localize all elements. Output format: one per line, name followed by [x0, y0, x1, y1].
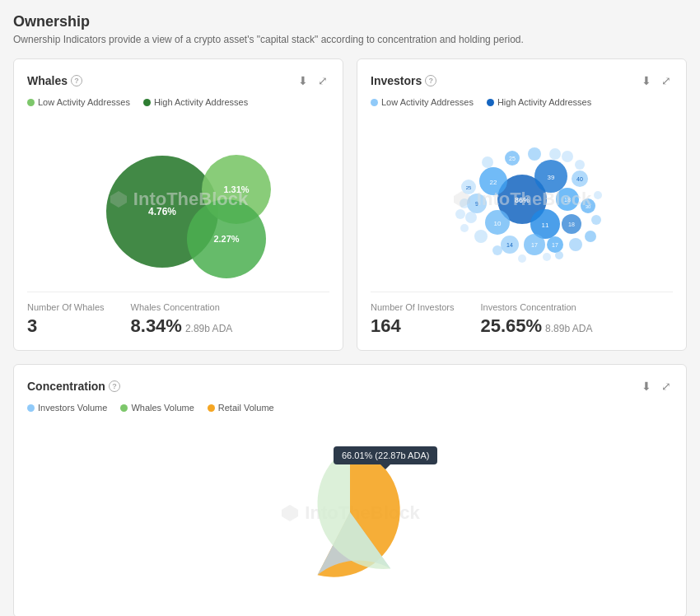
- svg-text:1.31%: 1.31%: [223, 184, 249, 194]
- concentration-info-icon[interactable]: ?: [109, 380, 120, 392]
- whales-sub: 2.89b ADA: [185, 323, 232, 334]
- investors-legend-high: High Activity Addresses: [487, 97, 591, 107]
- conc-legend-whales: Whales Volume: [120, 403, 194, 413]
- whales-bubbles-svg: 4.76% 1.31% 2.27%: [63, 117, 294, 282]
- svg-text:10: 10: [493, 220, 501, 227]
- svg-text:18: 18: [564, 197, 571, 203]
- whales-legend-high: High Activity Addresses: [143, 97, 248, 107]
- concentration-card-header: Concentration ? ⬇ ⤢: [27, 378, 673, 394]
- investors-card: Investors ? ⬇ ⤢ Low Activity Addresses H…: [357, 58, 687, 351]
- concentration-title: Concentration: [27, 380, 105, 393]
- whales-chart: IntoTheBlock 4.76% 1.31% 2.27%: [27, 117, 329, 282]
- investors-low-dot: [371, 99, 378, 106]
- investors-count-stat: Number Of Investors 164: [371, 302, 454, 337]
- svg-text:22: 22: [489, 179, 497, 186]
- investors-download-btn[interactable]: ⬇: [640, 72, 653, 89]
- investors-legend: Low Activity Addresses High Activity Add…: [371, 97, 673, 107]
- investors-high-dot: [487, 99, 494, 106]
- svg-point-50: [594, 191, 602, 199]
- conc-investors-label: Investors Volume: [38, 403, 107, 413]
- svg-point-41: [528, 147, 541, 161]
- svg-point-48: [455, 209, 465, 219]
- whales-info-icon[interactable]: ?: [71, 75, 82, 86]
- whales-low-dot: [27, 99, 35, 106]
- concentration-actions: ⬇ ⤢: [640, 378, 673, 394]
- whales-concentration-stat: Whales Concentration 8.34% 2.89b ADA: [131, 302, 233, 337]
- concentration-expand-btn[interactable]: ⤢: [660, 378, 673, 394]
- svg-text:30: 30: [585, 204, 590, 209]
- svg-point-36: [474, 230, 488, 243]
- svg-point-51: [460, 224, 469, 232]
- pie-chart-container: 66.01% (22.87b ADA): [268, 430, 432, 597]
- whales-card-header: Whales ? ⬇ ⤢: [27, 72, 329, 89]
- svg-point-43: [482, 156, 493, 168]
- svg-text:9: 9: [475, 201, 478, 207]
- investors-concentration-value: 25.65% 8.89b ADA: [480, 315, 592, 337]
- svg-text:11: 11: [541, 222, 548, 229]
- conc-investors-dot: [27, 404, 35, 412]
- page-title: Ownership: [13, 13, 687, 30]
- concentration-download-btn[interactable]: ⬇: [640, 378, 653, 394]
- investors-title: Investors: [371, 74, 422, 87]
- investors-legend-low: Low Activity Addresses: [371, 97, 474, 107]
- investors-concentration-label: Investors Concentration: [480, 302, 592, 312]
- svg-point-38: [465, 212, 477, 223]
- whales-count-value: 3: [27, 315, 105, 337]
- conc-retail-dot: [208, 404, 215, 412]
- conc-whales-label: Whales Volume: [131, 403, 194, 413]
- concentration-card: Concentration ? ⬇ ⤢ Investors Volume Wha…: [13, 364, 687, 616]
- svg-point-54: [518, 254, 526, 263]
- investors-pct: 25.65%: [480, 315, 542, 337]
- svg-text:25: 25: [509, 156, 516, 161]
- whales-stats: Number Of Whales 3 Whales Concentration …: [27, 292, 329, 337]
- conc-whales-dot: [120, 404, 128, 412]
- svg-point-46: [575, 160, 585, 170]
- svg-point-42: [549, 148, 561, 160]
- svg-text:17: 17: [552, 242, 558, 248]
- whales-download-btn[interactable]: ⬇: [296, 72, 310, 89]
- svg-text:86%: 86%: [514, 196, 529, 204]
- svg-point-47: [460, 198, 469, 208]
- svg-point-53: [543, 253, 551, 261]
- investors-bubbles-svg: 86% 39 22 11 10 18 9: [415, 117, 629, 282]
- investors-count-label: Number Of Investors: [371, 302, 454, 312]
- conc-legend-retail: Retail Volume: [208, 403, 274, 413]
- pie-tooltip: 66.01% (22.87b ADA): [334, 446, 437, 464]
- whales-count-label: Number Of Whales: [27, 302, 105, 312]
- svg-point-52: [492, 245, 502, 255]
- whales-low-label: Low Activity Addresses: [38, 97, 130, 107]
- whales-concentration-label: Whales Concentration: [131, 302, 233, 312]
- whales-count-stat: Number Of Whales 3: [27, 302, 105, 337]
- conc-legend-investors: Investors Volume: [27, 403, 107, 413]
- whales-legend: Low Activity Addresses High Activity Add…: [27, 97, 329, 107]
- investors-stats: Number Of Investors 164 Investors Concen…: [371, 292, 673, 337]
- concentration-pie-area: IntoTheBlock 66.01% (22.87b ADA): [27, 422, 673, 604]
- investors-concentration-stat: Investors Concentration 25.65% 8.89b ADA: [480, 302, 592, 337]
- investors-info-icon[interactable]: ?: [425, 75, 436, 86]
- whales-legend-low: Low Activity Addresses: [27, 97, 130, 107]
- svg-text:14: 14: [506, 242, 513, 248]
- svg-text:18: 18: [568, 222, 575, 227]
- svg-text:40: 40: [576, 176, 583, 182]
- whales-actions: ⬇ ⤢: [296, 72, 329, 89]
- svg-text:25: 25: [465, 185, 471, 190]
- svg-point-49: [591, 215, 601, 225]
- svg-text:2.27%: 2.27%: [213, 234, 239, 244]
- whales-high-label: High Activity Addresses: [154, 97, 248, 107]
- investors-chart: IntoTheBlock 86% 39 22 11: [371, 117, 673, 282]
- svg-text:4.76%: 4.76%: [147, 206, 175, 217]
- svg-point-55: [555, 251, 563, 259]
- investors-actions: ⬇ ⤢: [640, 72, 673, 89]
- svg-text:17: 17: [531, 242, 538, 248]
- whales-card: Whales ? ⬇ ⤢ Low Activity Addresses High…: [13, 58, 343, 351]
- investors-low-label: Low Activity Addresses: [381, 97, 474, 107]
- whales-high-dot: [143, 99, 151, 106]
- investors-expand-btn[interactable]: ⤢: [660, 72, 673, 89]
- svg-text:39: 39: [547, 174, 554, 181]
- whales-title: Whales: [27, 74, 68, 87]
- investors-sub: 8.89b ADA: [545, 323, 592, 334]
- whales-pct: 8.34%: [131, 315, 182, 337]
- conc-retail-label: Retail Volume: [218, 403, 274, 413]
- whales-expand-btn[interactable]: ⤢: [316, 72, 329, 89]
- investors-high-label: High Activity Addresses: [497, 97, 591, 107]
